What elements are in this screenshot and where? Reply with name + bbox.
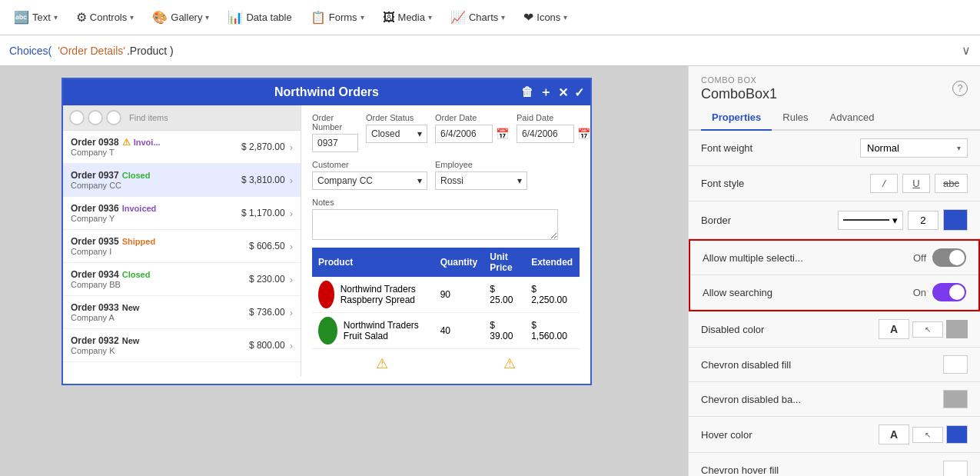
disabled-color-text-btn[interactable]: A — [879, 319, 909, 339]
table-row[interactable]: Northwind Traders Raspberry Spread 90 $ … — [312, 277, 580, 313]
trash-icon[interactable]: 🗑 — [521, 85, 533, 99]
list-item[interactable]: Order 0934 Closed Company BB $ 230.00 › — [63, 263, 301, 296]
list-panel: Find items Order 0938 ⚠ Invoi... Company… — [63, 105, 301, 376]
product-image-2 — [318, 317, 337, 345]
list-chevron-icon: › — [290, 141, 293, 153]
employee-select[interactable]: Rossi ▾ — [435, 171, 527, 190]
menu-controls[interactable]: ⚙ Controls ▾ — [68, 5, 141, 29]
italic-button[interactable]: / — [870, 174, 898, 193]
paid-date-input[interactable] — [517, 125, 574, 143]
strikethrough-button[interactable]: abc — [935, 174, 968, 193]
allow-search-row: Allow searching On — [690, 275, 978, 310]
col-quantity: Quantity — [434, 248, 484, 277]
form-row-1: Order Number Order Status Closed ▾ Order… — [312, 113, 580, 152]
chevron-disabled-ba-row: Chevron disabled ba... — [689, 382, 980, 417]
hover-color-arrow-btn[interactable]: ↖ — [912, 427, 943, 443]
list-item[interactable]: Order 0935 Shipped Company I $ 606.50 › — [63, 230, 301, 263]
font-weight-control: Normal ▾ — [860, 138, 968, 158]
help-icon[interactable]: ? — [952, 81, 968, 96]
list-item[interactable]: Order 0936 Invoiced Company Y $ 1,170.00… — [63, 197, 301, 230]
formula-keyword: Choices( — [9, 45, 51, 57]
order-status: New — [122, 303, 140, 312]
allow-search-control: On — [913, 283, 966, 301]
filter-dot-3[interactable] — [106, 110, 121, 125]
table-header-row: Product Quantity Unit Price Extended — [312, 248, 580, 277]
border-color-swatch[interactable] — [943, 209, 968, 231]
detail-panel: Order Number Order Status Closed ▾ Order… — [301, 105, 590, 376]
list-item[interactable]: Order 0938 ⚠ Invoi... Company T $ 2,870.… — [63, 131, 301, 164]
allow-search-toggle[interactable] — [932, 283, 966, 301]
chevron-fill-swatch[interactable] — [943, 355, 968, 374]
chevron-ba-swatch[interactable] — [943, 390, 968, 408]
notes-label: Notes — [312, 198, 580, 207]
filter-dot-2[interactable] — [88, 110, 103, 125]
chevron-disabled-fill-control — [943, 355, 968, 374]
hover-color-control: A ↖ — [879, 424, 968, 444]
list-item[interactable]: Order 0933 New Company A $ 736.00 › — [63, 296, 301, 329]
order-amount: $ 606.50 — [249, 241, 285, 251]
menu-datatable-label: Data table — [246, 12, 291, 23]
font-weight-dropdown[interactable]: Normal ▾ — [860, 138, 968, 158]
menu-text[interactable]: 🔤 Text ▾ — [6, 5, 65, 29]
font-style-label: Font style — [701, 178, 744, 189]
chevron-hover-fill-label: Chevron hover fill — [701, 464, 779, 476]
order-number-input[interactable] — [312, 134, 358, 152]
product-cell: Northwind Traders Raspberry Spread — [312, 277, 434, 313]
menu-icons[interactable]: ❤ Icons ▾ — [516, 5, 575, 29]
tab-rules[interactable]: Rules — [772, 105, 819, 131]
border-line-dropdown[interactable]: ▾ — [838, 211, 903, 230]
list-item[interactable]: Order 0932 New Company K $ 800.00 › — [63, 329, 301, 362]
menu-gallery[interactable]: 🎨 Gallery ▾ — [145, 5, 217, 29]
notes-input[interactable] — [312, 209, 558, 240]
menu-forms[interactable]: 📋 Forms ▾ — [303, 5, 372, 29]
list-chevron-icon: › — [290, 274, 293, 285]
order-title: Order 0938 ⚠ Invoi... — [71, 137, 241, 148]
order-status-select[interactable]: Closed ▾ — [366, 125, 427, 143]
font-style-row: Font style / U abc — [689, 166, 980, 201]
border-width-input[interactable] — [908, 211, 938, 230]
hover-color-text-btn[interactable]: A — [879, 424, 909, 444]
tab-properties[interactable]: Properties — [701, 105, 772, 131]
disabled-color-control: A ↖ — [879, 319, 968, 339]
gallery-chevron-icon: ▾ — [205, 13, 209, 22]
formula-content[interactable]: Choices( 'Order Details' .Product ) — [9, 45, 962, 57]
customer-select[interactable]: Company CC ▾ — [312, 171, 427, 190]
paid-calendar-icon[interactable]: 📅 — [577, 128, 590, 140]
hover-text-a-icon: A — [890, 428, 898, 441]
order-status-value: Closed — [371, 128, 400, 139]
order-date-label: Order Date — [435, 113, 509, 122]
filter-dot-1[interactable] — [69, 110, 85, 125]
hover-color-swatch[interactable] — [946, 425, 968, 444]
formula-bar: Choices( 'Order Details' .Product ) ∨ — [0, 35, 980, 66]
menu-media[interactable]: 🖼 Media ▾ — [375, 6, 440, 29]
chevron-hover-swatch[interactable] — [943, 461, 968, 476]
charts-icon: 📈 — [450, 10, 466, 25]
checkmark-icon[interactable]: ✓ — [574, 85, 584, 100]
formula-expand-icon[interactable]: ∨ — [962, 43, 971, 58]
menu-media-label: Media — [398, 12, 425, 23]
order-status: Invoiced — [122, 204, 157, 213]
order-company: Company A — [71, 313, 249, 322]
app-header-icons: 🗑 ＋ ✕ ✓ — [521, 85, 584, 101]
menu-datatable[interactable]: 📊 Data table — [220, 5, 299, 29]
table-row[interactable]: Northwind Traders Fruit Salad 40 $ 39.00… — [312, 313, 580, 349]
icons-chevron-icon: ▾ — [563, 13, 567, 22]
menu-charts[interactable]: 📈 Charts ▾ — [443, 5, 513, 29]
list-chevron-icon: › — [290, 241, 293, 252]
close-icon[interactable]: ✕ — [558, 85, 568, 100]
allow-multi-toggle[interactable] — [932, 248, 966, 267]
underline-button[interactable]: U — [902, 174, 930, 193]
form-row-2: Customer Company CC ▾ Employee Rossi ▾ — [312, 160, 580, 190]
list-item[interactable]: Order 0937 Closed Company CC $ 3,810.00 … — [63, 164, 301, 197]
right-panel: COMBO BOX ComboBox1 ? Properties Rules A… — [688, 66, 980, 476]
disabled-color-swatch[interactable] — [946, 320, 968, 338]
calendar-icon[interactable]: 📅 — [496, 128, 509, 140]
plus-icon[interactable]: ＋ — [540, 85, 552, 101]
disabled-color-arrow-btn[interactable]: ↖ — [912, 321, 943, 338]
order-date-input[interactable] — [435, 125, 493, 143]
tab-advanced[interactable]: Advanced — [819, 105, 885, 131]
product-image-1 — [318, 281, 334, 308]
order-info: Order 0937 Closed Company CC — [71, 170, 241, 190]
order-company: Company T — [71, 148, 241, 157]
top-menu-bar: 🔤 Text ▾ ⚙ Controls ▾ 🎨 Gallery ▾ 📊 Data… — [0, 0, 980, 35]
